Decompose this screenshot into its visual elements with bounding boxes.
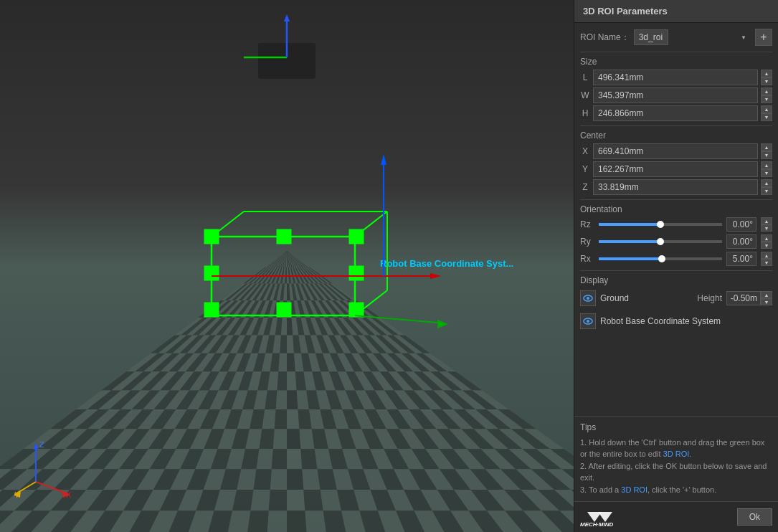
- right-panel: 3D ROI Parameters ROI Name： 3d_roi + Siz…: [574, 0, 778, 532]
- svg-text:MECH·MIND: MECH·MIND: [580, 521, 613, 528]
- ground-label: Ground: [600, 293, 693, 303]
- size-w-up[interactable]: ▲: [761, 87, 772, 95]
- display-section-label: Display: [580, 275, 772, 285]
- tips-text: 1. Hold down the 'Ctrl' button and drag …: [580, 437, 772, 496]
- rx-row: Rx ▲ ▼: [580, 252, 772, 266]
- tip3-text: 3. To add a: [580, 485, 621, 494]
- coord-eye-button[interactable]: [580, 313, 596, 329]
- size-h-down[interactable]: ▼: [761, 113, 772, 121]
- center-z-row: Z ▲ ▼: [580, 179, 772, 195]
- rx-slider[interactable]: [599, 257, 722, 260]
- mechmind-logo-area: MECH·MIND: [580, 506, 731, 528]
- rz-slider[interactable]: [599, 223, 722, 226]
- height-input[interactable]: [726, 291, 761, 305]
- center-y-row: Y ▲ ▼: [580, 161, 772, 177]
- tips-title: Tips: [580, 422, 772, 432]
- center-y-up[interactable]: ▲: [761, 161, 772, 169]
- ry-row: Ry ▲ ▼: [580, 234, 772, 249]
- rx-up[interactable]: ▲: [761, 252, 772, 259]
- size-h-row: H ▲ ▼: [580, 105, 772, 121]
- roi-name-label: ROI Name：: [580, 32, 630, 44]
- svg-point-38: [587, 320, 589, 323]
- ground-display-row: Ground Height ▲ ▼: [580, 288, 772, 308]
- height-label: Height: [697, 293, 722, 303]
- roi-name-row: ROI Name： 3d_roi +: [580, 29, 772, 46]
- coord-display-row: Robot Base Coordinate System: [580, 311, 772, 331]
- panel-title: 3D ROI Parameters: [574, 0, 778, 23]
- size-w-input[interactable]: [593, 87, 758, 103]
- tip3-end: , click the '+' button.: [647, 485, 716, 494]
- bottom-bar: MECH·MIND Ok: [574, 501, 778, 532]
- center-y-input[interactable]: [593, 161, 758, 177]
- center-y-down[interactable]: ▼: [761, 169, 772, 177]
- size-l-row: L ▲ ▼: [580, 70, 772, 85]
- height-down[interactable]: ▼: [761, 298, 772, 305]
- ry-down[interactable]: ▼: [761, 242, 772, 249]
- orientation-section-label: Orientation: [580, 204, 772, 214]
- center-z-down[interactable]: ▼: [761, 187, 772, 195]
- rz-value-input[interactable]: [726, 217, 756, 232]
- rx-slider-container[interactable]: [599, 257, 722, 260]
- size-h-up[interactable]: ▲: [761, 105, 772, 113]
- add-roi-button[interactable]: +: [755, 29, 772, 46]
- rz-label: Rz: [580, 219, 594, 229]
- tip1-end: .: [689, 450, 691, 458]
- rz-up[interactable]: ▲: [761, 217, 772, 224]
- tips-section: Tips 1. Hold down the 'Ctrl' button and …: [574, 416, 778, 502]
- size-l-label: L: [580, 72, 590, 82]
- height-value-container: ▲ ▼: [726, 291, 772, 305]
- rx-label: Rx: [580, 254, 594, 264]
- roi-name-select-wrapper[interactable]: 3d_roi: [634, 29, 751, 45]
- coord-eye-icon: [583, 318, 593, 325]
- rx-down[interactable]: ▼: [761, 259, 772, 266]
- center-x-input[interactable]: [593, 143, 758, 159]
- height-up[interactable]: ▲: [761, 291, 772, 298]
- ry-slider[interactable]: [599, 240, 722, 243]
- roi-name-select[interactable]: 3d_roi: [634, 29, 668, 45]
- center-x-up[interactable]: ▲: [761, 143, 772, 151]
- ry-value-input[interactable]: [726, 234, 756, 249]
- center-z-up[interactable]: ▲: [761, 179, 772, 187]
- ry-up[interactable]: ▲: [761, 234, 772, 242]
- center-x-row: X ▲ ▼: [580, 143, 772, 159]
- size-w-label: W: [580, 90, 590, 100]
- size-h-input[interactable]: [593, 105, 758, 121]
- size-l-down[interactable]: ▼: [761, 77, 772, 85]
- rz-down[interactable]: ▼: [761, 224, 772, 232]
- center-x-down[interactable]: ▼: [761, 151, 772, 159]
- center-x-label: X: [580, 146, 590, 156]
- center-section-label: Center: [580, 130, 772, 141]
- size-h-label: H: [580, 108, 590, 118]
- ry-label: Ry: [580, 237, 594, 247]
- center-z-label: Z: [580, 182, 590, 192]
- ok-button[interactable]: Ok: [737, 508, 772, 526]
- center-y-label: Y: [580, 164, 590, 174]
- rz-slider-container[interactable]: [599, 223, 722, 226]
- center-z-input[interactable]: [593, 179, 758, 195]
- tip2-text: 2. After editing, click the OK button be…: [580, 462, 767, 483]
- rx-value-input[interactable]: [726, 252, 756, 266]
- 3d-viewport[interactable]: Robot Base Coordinate Syst...: [0, 0, 574, 532]
- panel-content: ROI Name： 3d_roi + Size L ▲ ▼ W ▲ ▼: [574, 23, 778, 416]
- tip1-link[interactable]: 3D ROI: [663, 450, 690, 458]
- mechmind-logo: MECH·MIND: [580, 506, 630, 528]
- ground-eye-button[interactable]: [580, 290, 596, 306]
- svg-point-36: [587, 297, 589, 300]
- size-w-down[interactable]: ▼: [761, 95, 772, 103]
- eye-icon: [583, 295, 593, 302]
- svg-marker-40: [598, 512, 612, 522]
- size-section-label: Size: [580, 57, 772, 67]
- rz-row: Rz ▲ ▼: [580, 217, 772, 232]
- coord-system-label: Robot Base Coordinate System: [600, 316, 772, 326]
- ry-slider-container[interactable]: [599, 240, 722, 243]
- size-w-row: W ▲ ▼: [580, 87, 772, 103]
- tip3-link[interactable]: 3D ROI: [621, 485, 647, 494]
- size-l-input[interactable]: [593, 70, 758, 85]
- size-l-up[interactable]: ▲: [761, 70, 772, 77]
